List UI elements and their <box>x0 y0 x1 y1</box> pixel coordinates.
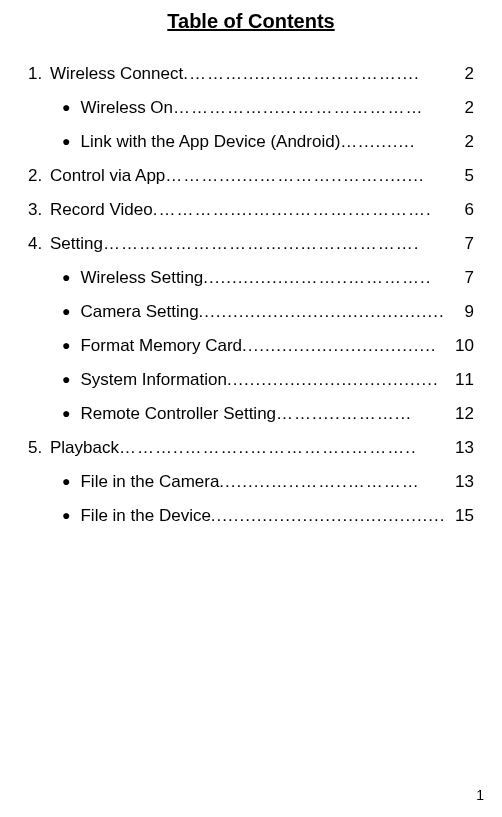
entry-page: 13 <box>449 431 474 465</box>
entry-leader: …………………………...…….…………. <box>103 227 452 261</box>
bullet-icon: ● <box>62 467 80 495</box>
entry-leader: ….......... <box>340 125 452 159</box>
entry-label: Wireless Setting <box>80 261 203 295</box>
entry-leader: ………..………..……………..……….. <box>119 431 449 465</box>
toc-entry: ●Wireless Setting.................……..……… <box>28 261 474 295</box>
entry-page: 11 <box>449 363 474 397</box>
entry-label: Format Memory Card <box>80 329 242 363</box>
entry-label: Control via App <box>50 159 165 193</box>
entry-page: 2 <box>452 91 474 125</box>
entry-label: Setting <box>50 227 103 261</box>
toc-entry: 2.Control via App……….......…………..…….....… <box>28 159 474 193</box>
entry-label: File in the Device <box>80 499 210 533</box>
entry-number: 2. <box>28 159 50 193</box>
toc-entry: 3.Record Video.…………....…....……….………….6 <box>28 193 474 227</box>
bullet-icon: ● <box>62 263 80 291</box>
toc-entry: ●File in the Device.....................… <box>28 499 474 533</box>
bullet-icon: ● <box>62 501 80 529</box>
entry-leader: ……………......………………… <box>173 91 452 125</box>
entry-page: 13 <box>449 465 474 499</box>
entry-label: File in the Camera <box>80 465 219 499</box>
entry-number: 3. <box>28 193 50 227</box>
page-title: Table of Contents <box>28 10 474 33</box>
entry-number: 1. <box>28 57 50 91</box>
entry-leader: .………......………..……….... <box>183 57 452 91</box>
toc-entry: 4.Setting…………………………...…….………….7 <box>28 227 474 261</box>
toc-entry: ●Link with the App Device (Android)…....… <box>28 125 474 159</box>
bullet-icon: ● <box>62 365 80 393</box>
entry-label: System Information <box>80 363 226 397</box>
toc-entry: 5.Playback………..………..……………..………..13 <box>28 431 474 465</box>
toc-entry: ●System Information.....................… <box>28 363 474 397</box>
entry-leader: ……….......…………..……........ <box>165 159 452 193</box>
entry-leader: .…………....…....……….…………. <box>153 193 452 227</box>
bullet-icon: ● <box>62 93 80 121</box>
entry-page: 7 <box>452 261 474 295</box>
entry-leader: …….....………... <box>276 397 449 431</box>
entry-label: Record Video <box>50 193 153 227</box>
entry-leader: ........................................… <box>211 499 449 533</box>
entry-label: Playback <box>50 431 119 465</box>
entry-number: 4. <box>28 227 50 261</box>
entry-label: Remote Controller Setting <box>80 397 276 431</box>
entry-leader: ..................................... <box>227 363 449 397</box>
bullet-icon: ● <box>62 297 80 325</box>
entry-label: Wireless On <box>80 91 173 125</box>
entry-page: 10 <box>449 329 474 363</box>
entry-page: 9 <box>452 295 474 329</box>
toc-entry: ●Wireless On……………......…………………2 <box>28 91 474 125</box>
entry-page: 2 <box>452 57 474 91</box>
bullet-icon: ● <box>62 399 80 427</box>
bullet-icon: ● <box>62 127 80 155</box>
entry-label: Link with the App Device (Android) <box>80 125 340 159</box>
table-of-contents: 1.Wireless Connect.………......………..………....… <box>28 57 474 533</box>
entry-page: 12 <box>449 397 474 431</box>
entry-page: 7 <box>452 227 474 261</box>
toc-entry: 1.Wireless Connect.………......………..………....… <box>28 57 474 91</box>
toc-entry: ●Camera Setting.........................… <box>28 295 474 329</box>
entry-label: Wireless Connect <box>50 57 183 91</box>
page-number: 1 <box>476 787 484 803</box>
entry-page: 5 <box>452 159 474 193</box>
entry-leader: .................................. <box>242 329 449 363</box>
toc-entry: ●Remote Controller Setting…….....………...1… <box>28 397 474 431</box>
entry-page: 2 <box>452 125 474 159</box>
entry-number: 5. <box>28 431 50 465</box>
entry-label: Camera Setting <box>80 295 198 329</box>
toc-entry: ●Format Memory Card.....................… <box>28 329 474 363</box>
entry-leader: ........................................… <box>199 295 452 329</box>
entry-page: 6 <box>452 193 474 227</box>
entry-leader: .................……..………….. <box>203 261 452 295</box>
entry-page: 15 <box>449 499 474 533</box>
toc-entry: ●File in the Camera.........…..……..…………1… <box>28 465 474 499</box>
bullet-icon: ● <box>62 331 80 359</box>
entry-leader: .........…..……..………… <box>219 465 449 499</box>
